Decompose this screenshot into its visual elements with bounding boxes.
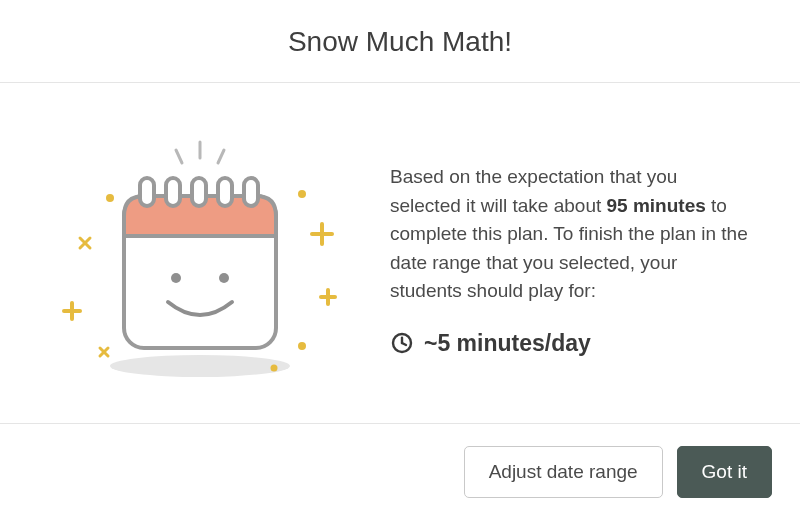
svg-point-13	[298, 342, 306, 350]
svg-point-11	[106, 194, 114, 202]
svg-line-17	[218, 150, 224, 163]
svg-point-24	[171, 273, 181, 283]
svg-rect-21	[192, 178, 206, 206]
dialog-content: Based on the expectation that you select…	[0, 83, 800, 423]
got-it-button[interactable]: Got it	[677, 446, 772, 498]
adjust-date-range-button[interactable]: Adjust date range	[464, 446, 663, 498]
calendar-illustration	[50, 128, 350, 388]
dialog-footer: Adjust date range Got it	[0, 423, 800, 520]
smiling-calendar-icon	[50, 128, 350, 388]
svg-rect-19	[140, 178, 154, 206]
dialog-header: Snow Much Math!	[0, 0, 800, 83]
total-minutes: 95 minutes	[607, 195, 706, 216]
svg-point-12	[298, 190, 306, 198]
clock-icon	[390, 331, 414, 355]
dialog-title: Snow Much Math!	[20, 26, 780, 58]
svg-line-16	[176, 150, 182, 163]
svg-point-25	[219, 273, 229, 283]
svg-point-0	[110, 355, 290, 377]
plan-estimate-dialog: Snow Much Math!	[0, 0, 800, 520]
estimate-description: Based on the expectation that you select…	[390, 163, 750, 306]
svg-rect-23	[244, 178, 258, 206]
svg-rect-22	[218, 178, 232, 206]
minutes-per-day: ~5 minutes/day	[390, 330, 750, 357]
svg-point-14	[271, 365, 278, 372]
estimate-text: Based on the expectation that you select…	[390, 159, 750, 357]
per-day-value: ~5 minutes/day	[424, 330, 591, 357]
svg-line-28	[402, 343, 406, 345]
svg-rect-20	[166, 178, 180, 206]
